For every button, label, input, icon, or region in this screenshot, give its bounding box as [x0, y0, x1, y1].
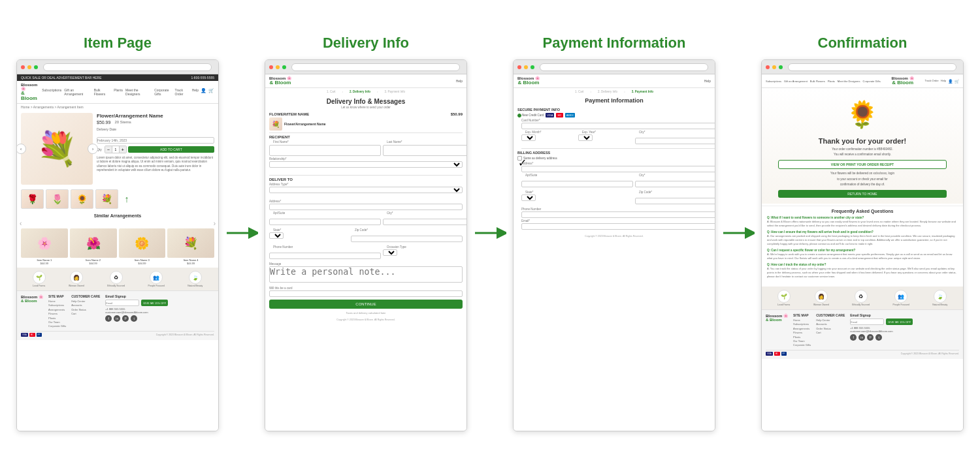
new-card-option[interactable]: New Credit Card	[517, 114, 544, 117]
add-to-cart-button[interactable]: ADD TO CART	[128, 146, 214, 153]
state-select[interactable]	[269, 232, 284, 239]
address-type-select[interactable]	[269, 187, 463, 193]
similar-prev-btn[interactable]: ‹	[20, 220, 22, 227]
instagram-icon[interactable]: in	[114, 315, 120, 322]
footer-email-input-4[interactable]	[850, 318, 884, 325]
similar-img-1[interactable]: 🌸	[21, 228, 68, 258]
care-cart[interactable]: Cart	[71, 312, 100, 316]
thumbnail-4[interactable]: 💐	[95, 189, 118, 209]
cart-icon[interactable]: 🛒	[208, 88, 214, 96]
relationship-select[interactable]	[269, 161, 463, 168]
qty-decrease-btn[interactable]: −	[105, 146, 112, 153]
nav-designers-4[interactable]: Meet the Designers	[838, 80, 860, 83]
message-textarea[interactable]	[269, 266, 463, 283]
footer-email-input[interactable]	[105, 300, 139, 306]
zip-input[interactable]	[351, 236, 463, 242]
billing-state-select[interactable]	[521, 194, 536, 201]
twitter-icon-4[interactable]: t	[875, 334, 882, 341]
billing-address-input[interactable]	[521, 166, 715, 172]
form-note: Taxes and delivery calculated later	[265, 311, 466, 315]
help-link-3[interactable]: Help	[704, 79, 711, 83]
exp-month-select[interactable]	[521, 134, 536, 141]
city-input[interactable]	[383, 219, 466, 225]
nav-item-subscriptions[interactable]: Subscriptions	[42, 88, 61, 96]
card-options: New Credit Card VISA MC AMEX	[517, 113, 715, 117]
similar-img-3[interactable]: 🌼	[119, 228, 166, 258]
new-card-radio[interactable]	[517, 114, 521, 117]
billing-address-label: Address*	[517, 162, 715, 165]
nav-item-gift[interactable]: Gift an Arrangement	[64, 88, 91, 96]
track-order-link[interactable]: Track Order	[175, 88, 190, 96]
nav-item-plants[interactable]: Plants	[114, 88, 123, 96]
track-order-4[interactable]: Track Order	[925, 79, 939, 84]
thumbnail-3[interactable]: 🌻	[71, 189, 93, 209]
sitemap-corporate-4[interactable]: Corporate Gifts	[793, 343, 811, 347]
nav-item-bulk[interactable]: Bulk Flowers	[94, 88, 111, 96]
view-receipt-button[interactable]: VIEW OR PRINT YOUR ORDER RECEIPT	[778, 160, 947, 169]
billing-apt-input[interactable]	[521, 181, 633, 187]
help-4[interactable]: Help	[941, 79, 946, 84]
faq-a-3: A: We're happy to work with you to creat…	[767, 253, 958, 260]
browser-url-bar-3[interactable]	[540, 63, 708, 71]
exp-year-select[interactable]	[578, 134, 593, 141]
sitemap-subscriptions-4[interactable]: Subscriptions	[793, 322, 811, 326]
user-icon-4[interactable]: 👤	[948, 79, 953, 84]
nav-item-designers[interactable]: Meet the Designers	[125, 88, 152, 96]
billing-zip-input[interactable]	[635, 198, 715, 204]
nav-item-corporate[interactable]: Corporate Gifts	[154, 88, 174, 96]
next-btn[interactable]: ›	[88, 144, 98, 154]
nav-corp-4[interactable]: Corporate Gifts	[863, 80, 881, 83]
billing-phone-input[interactable]	[521, 211, 715, 218]
billing-city-input[interactable]	[635, 181, 715, 187]
cvv-input[interactable]	[635, 138, 715, 144]
paypal-badge-4: PP	[781, 352, 787, 356]
pinterest-icon-4[interactable]: P	[867, 334, 874, 341]
care-cart-4[interactable]: Cart	[816, 331, 845, 335]
return-home-button[interactable]: RETURN TO HOME	[778, 190, 947, 198]
browser-url-bar[interactable]	[43, 63, 212, 71]
nav-subs-4[interactable]: Subscriptions	[766, 80, 781, 83]
woman-owned-icon-4: 👩	[815, 290, 828, 303]
same-address-checkbox[interactable]: ✓	[517, 156, 522, 161]
thumbnail-1[interactable]: 🌹	[21, 189, 44, 209]
first-name-input[interactable]	[269, 145, 381, 156]
cart-icon-4[interactable]: 🛒	[955, 79, 959, 84]
last-name-input[interactable]	[383, 145, 466, 156]
twitter-icon[interactable]: t	[131, 315, 137, 322]
nav-gift-4[interactable]: Gift an Arrangement	[784, 80, 808, 83]
continue-button[interactable]: CONTINUE	[269, 300, 463, 309]
similar-item-1: 🌸 Item Name 1 $44.99	[21, 228, 68, 265]
quantity-stepper[interactable]: − 1 +	[105, 146, 127, 153]
billing-apt-city-row: Apt/Suite City*	[517, 174, 715, 189]
nav-bulk-4[interactable]: Bulk Flowers	[810, 80, 825, 83]
thumbnail-up-btn[interactable]: ↑	[120, 189, 133, 209]
similar-next-btn[interactable]: ›	[214, 220, 216, 227]
phone-input[interactable]	[269, 253, 381, 259]
card-number-input[interactable]	[521, 123, 715, 129]
similar-img-2[interactable]: 🌺	[70, 228, 117, 258]
nav-plants-4[interactable]: Plants	[828, 80, 835, 83]
billing-email-input[interactable]	[521, 223, 715, 230]
thumbnail-2[interactable]: 🌷	[46, 189, 69, 209]
apt-input[interactable]	[269, 219, 381, 225]
instagram-icon-4[interactable]: in	[858, 334, 865, 341]
help-link-2[interactable]: Help	[456, 79, 463, 83]
qty-increase-btn[interactable]: +	[120, 146, 126, 153]
sitemap-corporate[interactable]: Corporate Gifts	[48, 324, 66, 328]
help-link[interactable]: Help	[192, 88, 199, 96]
prev-btn[interactable]: ‹	[17, 144, 26, 154]
occasion-select[interactable]	[383, 249, 397, 256]
sitemap-subscriptions[interactable]: Subscriptions	[48, 303, 66, 307]
facebook-icon[interactable]: f	[105, 315, 112, 322]
pinterest-icon[interactable]: P	[122, 315, 129, 322]
facebook-icon-4[interactable]: f	[850, 334, 857, 341]
delivery-date-input[interactable]	[97, 137, 214, 144]
browser-url-bar-2[interactable]	[291, 63, 460, 71]
similar-img-4[interactable]: 💐	[167, 228, 214, 258]
footer-signup-btn[interactable]: GIVE ME 15% OFF	[141, 300, 168, 306]
browser-url-bar-4[interactable]	[788, 63, 956, 71]
address-input[interactable]	[269, 204, 463, 210]
footer-signup-btn-4[interactable]: GIVE ME 15% OFF	[886, 318, 913, 325]
user-icon[interactable]: 👤	[201, 88, 206, 96]
gift-card-input[interactable]	[269, 290, 463, 297]
